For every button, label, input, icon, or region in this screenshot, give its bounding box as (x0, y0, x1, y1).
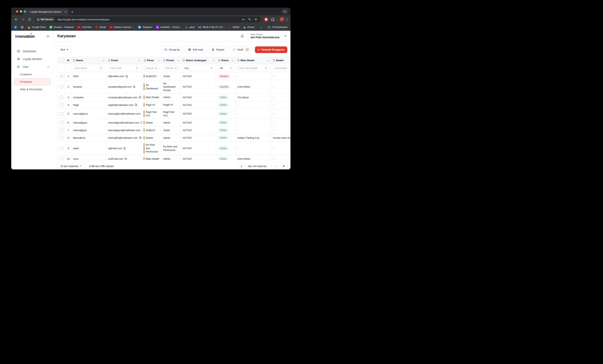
all-bookmarks-button[interactable]: All Bookmarks (267, 26, 288, 29)
drag-handle-icon[interactable] (183, 59, 185, 62)
copy-icon[interactable] (135, 103, 137, 106)
ekspor-button[interactable]: Ekspor (209, 46, 227, 53)
sidebar-collapse-icon[interactable] (46, 34, 50, 38)
bookmarks-overflow-chevron[interactable]: » (260, 26, 262, 29)
filter-input-main_dealer[interactable]: Cari main dealer (237, 65, 269, 71)
column-header-peran[interactable]: Peran↓↑ (142, 57, 161, 64)
extensions-puzzle-icon[interactable] (271, 17, 275, 22)
filter-select-status[interactable]: All (218, 65, 234, 71)
copy-icon[interactable] (139, 136, 142, 139)
url-text[interactable]: http://loyalty-dev.modakita.com/user/emp… (57, 18, 240, 21)
copy-icon[interactable] (124, 158, 127, 160)
sort-icon[interactable]: ↓↑ (232, 59, 234, 62)
profile-menu[interactable]: Main Dealer Ian Febi Sastrataruna (251, 33, 287, 39)
sort-icon[interactable]: ↓↑ (213, 59, 214, 62)
sort-icon[interactable]: ↓↑ (103, 59, 104, 62)
row-checkbox[interactable] (60, 128, 63, 132)
page-number-input[interactable] (237, 163, 245, 169)
reload-button[interactable] (27, 17, 32, 22)
sidebar-item-loyalty-member[interactable]: Loyalty Member (11, 55, 53, 63)
back-button[interactable] (14, 17, 19, 22)
tambah-pengguna-button[interactable]: + Tambah Pengguna (255, 46, 287, 53)
zoom-out-page-icon[interactable] (248, 18, 251, 21)
notification-bell-icon[interactable] (240, 34, 244, 38)
group-by-button[interactable]: Group by (161, 46, 183, 53)
sidebar-item-employee[interactable]: Employee (14, 78, 50, 85)
row-checkbox[interactable] (60, 85, 63, 89)
column-header-email[interactable]: Email↓↑ (106, 57, 142, 64)
column-header-status_undangan[interactable]: Status Undangan↓↑ (181, 57, 216, 64)
filter-input-nama[interactable]: Cari nama (73, 65, 104, 71)
column-header-status[interactable]: Status↓↑ (216, 57, 235, 64)
draft-button[interactable]: Draft 12 (230, 46, 253, 53)
filter-input-preset[interactable]: Cari preset (163, 65, 179, 71)
chrome-menu-icon[interactable] (287, 18, 287, 21)
bookmark-what-is-my-ip-ch[interactable]: 1What Is My IP | Ch... (198, 26, 225, 29)
column-header-no[interactable]: No (65, 57, 71, 64)
filter-select-status_undangan[interactable]: ALL (183, 65, 214, 71)
select-all-checkbox[interactable] (60, 59, 63, 62)
password-key-icon[interactable] (242, 18, 245, 21)
tab-close-icon[interactable]: ✕ (65, 11, 66, 13)
bookmark-icloud[interactable]: iCloud (243, 26, 254, 29)
row-checkbox[interactable] (60, 147, 63, 150)
new-tab-button[interactable]: + (71, 10, 73, 14)
bookmark-google-drive[interactable]: Google Drive (27, 26, 46, 29)
copy-icon[interactable] (133, 85, 135, 88)
edit-view-button[interactable]: Edit view (185, 46, 206, 53)
previous-page-button[interactable] (272, 163, 278, 169)
bookmark-globe[interactable] (21, 26, 24, 29)
profile-avatar[interactable] (280, 17, 284, 22)
sidebar-item-role-permission[interactable]: Role & Permission (11, 86, 53, 93)
sidebar-item-dashboard[interactable]: Dashboard (11, 47, 53, 55)
row-checkbox[interactable] (60, 121, 63, 124)
drag-handle-icon[interactable] (144, 59, 146, 62)
zoom-window-button[interactable] (24, 10, 26, 13)
copy-icon[interactable] (139, 96, 141, 99)
row-checkbox[interactable] (60, 136, 63, 139)
bookmark-gmail[interactable]: MGmail (95, 26, 106, 29)
row-checkbox[interactable] (60, 103, 63, 107)
browser-tab[interactable]: Loyalty Management System ✕ (23, 9, 68, 15)
bookmark-facebook[interactable]: f (14, 26, 17, 29)
sort-icon[interactable]: ↓↑ (158, 59, 160, 62)
bookmark-yacd[interactable]: yacd (185, 26, 195, 29)
drag-handle-icon[interactable] (237, 59, 240, 62)
adblock-extension-icon[interactable] (264, 17, 268, 22)
bookmark-telegram[interactable]: Telegram (138, 26, 152, 29)
row-checkbox[interactable] (60, 157, 63, 160)
sort-icon[interactable]: ↓↑ (177, 59, 179, 62)
tab-search-button[interactable] (282, 9, 288, 14)
not-secure-chip[interactable]: Not Secure (35, 17, 55, 22)
bookmark-netflix[interactable]: NNetflix (228, 26, 240, 29)
bookmark-ianfebi01-overvi[interactable]: αianfebi01 - Overvi... (156, 26, 181, 29)
filter-input-dealer[interactable]: Cari dealer (273, 65, 290, 71)
column-header-preset[interactable]: Preset↓↑ (161, 57, 181, 64)
sort-icon[interactable]: ↓↑ (268, 59, 269, 62)
next-page-button[interactable] (281, 163, 287, 169)
drag-handle-icon[interactable] (73, 59, 75, 62)
sort-icon[interactable]: ↓↑ (139, 59, 140, 62)
forward-button[interactable] (20, 17, 26, 22)
drag-handle-icon[interactable] (218, 59, 220, 62)
bookmark-star-icon[interactable] (254, 18, 258, 21)
aksi-button[interactable]: Aksi (57, 46, 71, 53)
drag-handle-icon[interactable] (163, 59, 165, 62)
column-header-main_dealer[interactable]: Main Dealer↓↑ (235, 57, 271, 64)
copy-icon[interactable] (123, 147, 126, 150)
sidebar-item-user[interactable]: User (11, 63, 53, 71)
column-header-dealer[interactable]: Dealer (271, 57, 290, 64)
copy-icon[interactable] (125, 75, 128, 78)
copy-icon[interactable] (140, 121, 142, 124)
drag-handle-icon[interactable] (108, 59, 110, 62)
filter-input-peran[interactable]: Cari peran (144, 65, 160, 71)
row-checkbox[interactable] (60, 112, 63, 115)
bookmark-browse-featured[interactable]: Browse - Featured (49, 26, 74, 29)
row-checkbox[interactable] (60, 96, 63, 99)
row-checkbox[interactable] (60, 75, 63, 78)
column-header-nama[interactable]: Nama↓↑ (71, 57, 106, 64)
address-bar[interactable]: Not Secure http://loyalty-dev.modakita.c… (35, 16, 261, 22)
per-page-select[interactable]: 10 per halaman (57, 163, 84, 169)
bookmark-youtube[interactable]: YouTube (77, 26, 92, 29)
drag-handle-icon[interactable] (273, 59, 275, 62)
